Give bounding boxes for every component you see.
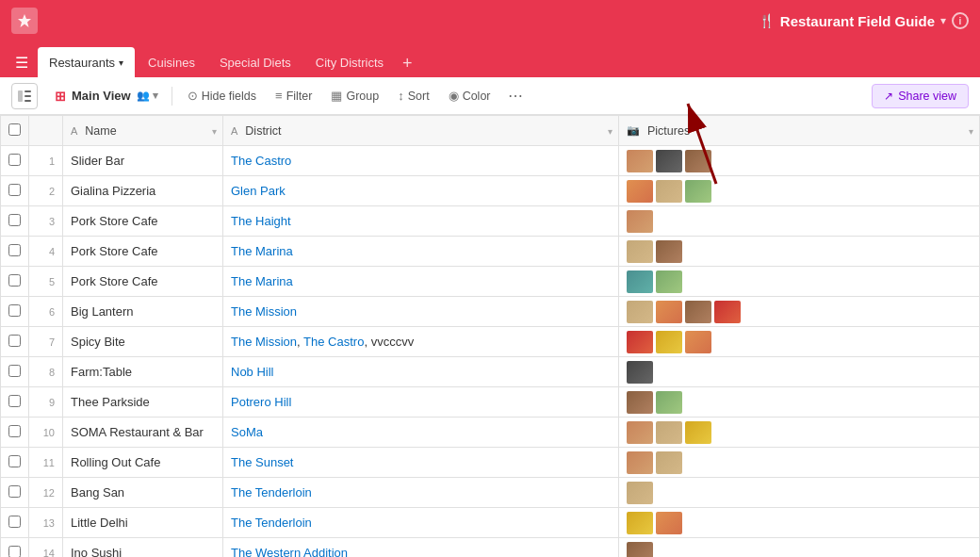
- hide-fields-button[interactable]: ⊙ Hide fields: [180, 85, 264, 106]
- row-checkbox-cell[interactable]: [1, 206, 29, 237]
- col-district-dropdown-icon[interactable]: ▾: [608, 125, 612, 136]
- row-pictures[interactable]: [619, 176, 980, 206]
- row-name[interactable]: Little Delhi: [63, 508, 223, 538]
- row-name[interactable]: Farm:Table: [63, 357, 223, 387]
- col-header-checkbox[interactable]: [1, 116, 29, 146]
- row-checkbox[interactable]: [8, 244, 21, 256]
- row-checkbox[interactable]: [8, 365, 21, 377]
- row-district[interactable]: The Haight: [223, 206, 619, 237]
- col-header-name[interactable]: A Name ▾: [63, 116, 223, 146]
- row-district[interactable]: The Tenderloin: [223, 508, 619, 538]
- row-checkbox-cell[interactable]: [1, 387, 29, 418]
- row-name[interactable]: Gialina Pizzeria: [63, 176, 223, 206]
- row-name[interactable]: Rolling Out Cafe: [63, 448, 223, 478]
- row-name[interactable]: Pork Store Cafe: [63, 206, 223, 237]
- row-pictures[interactable]: [619, 418, 980, 448]
- col-header-district[interactable]: A District ▾: [223, 116, 619, 146]
- title-dropdown-icon[interactable]: ▾: [940, 14, 946, 27]
- row-district[interactable]: The Castro: [223, 146, 619, 176]
- row-pictures[interactable]: [619, 237, 980, 267]
- tab-restaurants[interactable]: Restaurants ▾: [38, 47, 135, 77]
- row-pictures[interactable]: [619, 478, 980, 508]
- row-checkbox-cell[interactable]: [1, 297, 29, 327]
- tab-city-districts[interactable]: City Districts: [304, 47, 395, 77]
- color-button[interactable]: ◉ Color: [441, 85, 498, 106]
- row-checkbox-cell[interactable]: [1, 146, 29, 176]
- row-checkbox[interactable]: [8, 304, 21, 317]
- sidebar-toggle-button[interactable]: [11, 83, 38, 109]
- view-selector[interactable]: ⊞ Main View 👥 ▾: [49, 85, 164, 107]
- hamburger-menu[interactable]: ☰: [8, 48, 36, 77]
- row-name[interactable]: Spicy Bite: [63, 327, 223, 357]
- tab-special-diets[interactable]: Special Diets: [208, 47, 302, 77]
- row-checkbox[interactable]: [8, 335, 21, 347]
- sort-button[interactable]: ↕ Sort: [390, 85, 436, 106]
- row-number: 6: [29, 297, 63, 327]
- row-checkbox-cell[interactable]: [1, 267, 29, 297]
- add-tab-button[interactable]: +: [397, 50, 418, 77]
- share-view-button[interactable]: ↗ Share view: [872, 84, 969, 108]
- row-name[interactable]: Ino Sushi: [63, 538, 223, 558]
- row-checkbox[interactable]: [8, 184, 21, 196]
- row-checkbox-cell[interactable]: [1, 508, 29, 538]
- row-district[interactable]: The Mission: [223, 297, 619, 327]
- select-all-checkbox[interactable]: [8, 123, 21, 136]
- row-district[interactable]: Glen Park: [223, 176, 619, 206]
- row-checkbox-cell[interactable]: [1, 357, 29, 387]
- row-name[interactable]: Pork Store Cafe: [63, 237, 223, 267]
- row-checkbox[interactable]: [8, 395, 21, 407]
- row-district[interactable]: Potrero Hill: [223, 387, 619, 418]
- info-icon[interactable]: i: [952, 12, 969, 29]
- col-name-dropdown-icon[interactable]: ▾: [212, 125, 217, 136]
- row-checkbox[interactable]: [8, 455, 21, 467]
- row-checkbox[interactable]: [8, 546, 21, 558]
- table-header-row: A Name ▾ A District ▾ 📷 Pictures: [1, 116, 980, 146]
- row-checkbox-cell[interactable]: [1, 418, 29, 448]
- row-checkbox-cell[interactable]: [1, 538, 29, 558]
- row-name[interactable]: Bang San: [63, 478, 223, 508]
- row-pictures[interactable]: [619, 508, 980, 538]
- row-checkbox-cell[interactable]: [1, 327, 29, 357]
- filter-button[interactable]: ≡ Filter: [268, 85, 319, 106]
- row-checkbox-cell[interactable]: [1, 176, 29, 206]
- row-checkbox[interactable]: [8, 214, 21, 226]
- row-checkbox[interactable]: [8, 274, 21, 287]
- row-pictures[interactable]: [619, 387, 980, 418]
- row-name[interactable]: Thee Parkside: [63, 387, 223, 418]
- row-name[interactable]: Big Lantern: [63, 297, 223, 327]
- col-pictures-dropdown-icon[interactable]: ▾: [969, 125, 973, 136]
- row-name[interactable]: Pork Store Cafe: [63, 267, 223, 297]
- row-checkbox-cell[interactable]: [1, 237, 29, 267]
- row-pictures[interactable]: [619, 206, 980, 237]
- row-checkbox[interactable]: [8, 425, 21, 437]
- row-district[interactable]: The Mission, The Castro, vvcccvv: [223, 327, 619, 357]
- row-checkbox[interactable]: [8, 485, 21, 498]
- row-pictures[interactable]: [619, 146, 980, 176]
- row-district[interactable]: The Marina: [223, 237, 619, 267]
- row-district[interactable]: SoMa: [223, 418, 619, 448]
- picture-thumbnail: [627, 180, 653, 203]
- row-pictures[interactable]: [619, 297, 980, 327]
- row-district[interactable]: The Western Addition: [223, 538, 619, 558]
- row-checkbox-cell[interactable]: [1, 448, 29, 478]
- row-pictures[interactable]: [619, 357, 980, 387]
- row-checkbox[interactable]: [8, 516, 21, 528]
- row-checkbox-cell[interactable]: [1, 478, 29, 508]
- more-options-button[interactable]: ⋯: [502, 85, 529, 106]
- row-district[interactable]: Nob Hill: [223, 357, 619, 387]
- group-button[interactable]: ▦ Group: [323, 85, 386, 106]
- row-pictures[interactable]: [619, 327, 980, 357]
- row-name[interactable]: SOMA Restaurant & Bar: [63, 418, 223, 448]
- row-pictures[interactable]: [619, 448, 980, 478]
- row-checkbox[interactable]: [8, 154, 21, 166]
- row-district[interactable]: The Tenderloin: [223, 478, 619, 508]
- divider: [172, 87, 172, 106]
- row-pictures[interactable]: [619, 538, 980, 558]
- group-icon: ▦: [331, 89, 342, 103]
- tab-cuisines[interactable]: Cuisines: [137, 47, 206, 77]
- row-pictures[interactable]: [619, 267, 980, 297]
- col-header-pictures[interactable]: 📷 Pictures ▾: [619, 116, 980, 146]
- row-name[interactable]: Slider Bar: [63, 146, 223, 176]
- row-district[interactable]: The Marina: [223, 267, 619, 297]
- row-district[interactable]: The Sunset: [223, 448, 619, 478]
